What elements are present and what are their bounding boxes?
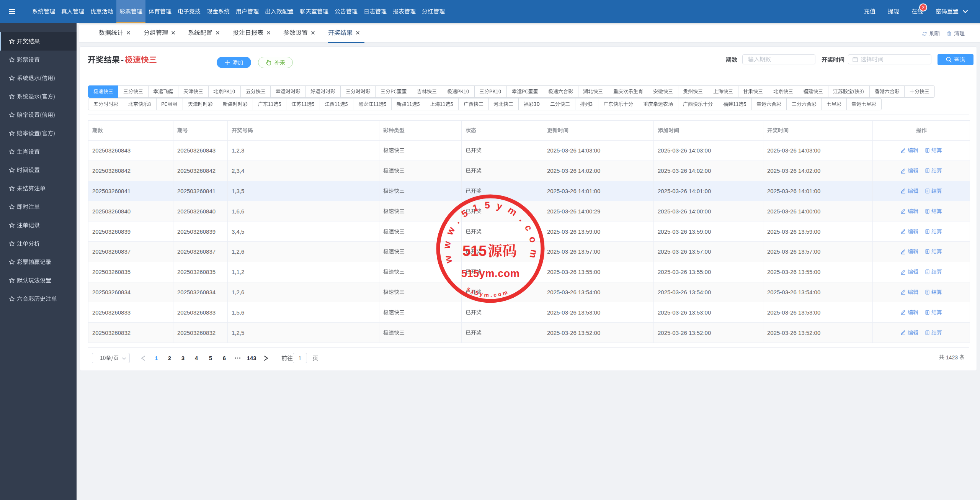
svg-text:515: 515 [462,243,487,259]
svg-text:515ym.com: 515ym.com [461,268,520,279]
